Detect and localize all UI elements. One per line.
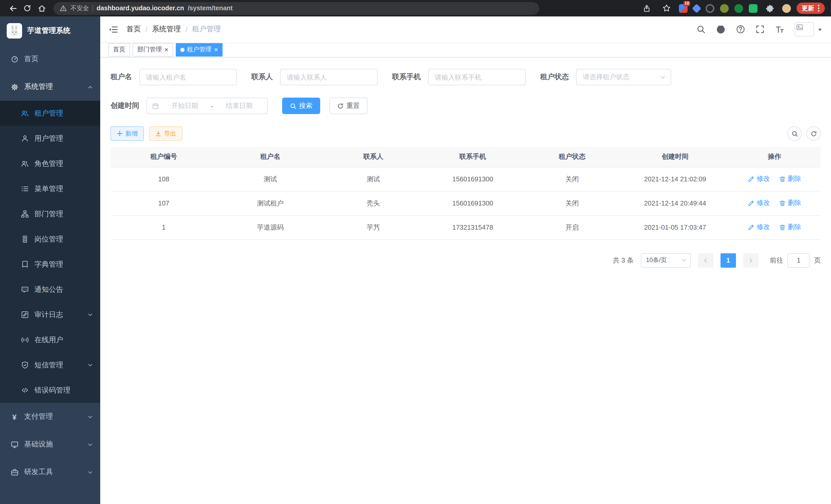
col-header-created: 创建时间 — [622, 147, 728, 167]
chevron-right-icon — [748, 257, 754, 263]
address-bar[interactable]: 不安全 dashboard.yudao.iocoder.cn/system/te… — [53, 2, 539, 14]
cell-actions: 修改 删除 — [728, 167, 821, 191]
close-icon[interactable]: × — [165, 46, 168, 53]
page-size-select[interactable]: 10条/页 — [641, 253, 691, 267]
date-start-placeholder: 开始日期 — [162, 101, 208, 111]
goto-page-input[interactable] — [787, 253, 810, 267]
reset-button[interactable]: 重置 — [329, 98, 368, 114]
sidebar-item-dept[interactable]: 部门管理 — [0, 201, 100, 227]
tag-tenant[interactable]: 租户管理 × — [175, 43, 223, 56]
user-avatar[interactable] — [795, 22, 823, 36]
next-page-button[interactable] — [743, 253, 758, 267]
cell-tenant-id: 108 — [111, 167, 217, 191]
delete-link[interactable]: 删除 — [779, 174, 801, 184]
sidebar-item-sms[interactable]: 短信管理 — [0, 352, 100, 378]
edit-link[interactable]: 修改 — [748, 174, 770, 184]
sidebar-item-menu[interactable]: 菜单管理 — [0, 176, 100, 201]
main-layout: 芋道管理系统 首页 系统管理 — [0, 17, 831, 504]
font-size-icon[interactable] — [775, 25, 784, 34]
extension-icon-2[interactable] — [692, 4, 701, 13]
menu-label: 岗位管理 — [34, 235, 93, 244]
add-button[interactable]: 新增 — [111, 126, 144, 141]
fullscreen-icon[interactable] — [755, 25, 765, 34]
cell-mobile: 17321315478 — [423, 215, 522, 239]
mobile-label: 联系手机 — [392, 72, 421, 82]
delete-link[interactable]: 删除 — [779, 199, 801, 208]
sidebar-item-infra[interactable]: 基础设施 — [0, 431, 100, 458]
browser-reload-icon[interactable] — [21, 2, 34, 15]
tenant-name-input[interactable] — [139, 69, 237, 85]
extension-icon-6[interactable] — [749, 4, 757, 12]
address-divider — [92, 5, 93, 11]
refresh-table-button[interactable] — [806, 126, 821, 141]
tenant-table: 租户编号 租户名 联系人 联系手机 租户状态 创建时间 操作 108 测试 — [111, 147, 821, 240]
search-button[interactable]: 搜索 — [282, 98, 320, 114]
extension-icon-4[interactable] — [720, 4, 729, 12]
breadcrumb-current: 租户管理 — [192, 25, 221, 34]
breadcrumb-separator: / — [145, 25, 147, 33]
caret-down-icon — [817, 26, 823, 32]
cell-actions: 修改 删除 — [728, 215, 821, 239]
extensions-puzzle-icon[interactable] — [763, 2, 776, 15]
contact-input[interactable] — [280, 69, 378, 85]
profile-avatar-icon[interactable] — [782, 4, 791, 12]
help-icon[interactable] — [736, 25, 745, 34]
breadcrumb-system[interactable]: 系统管理 — [152, 25, 181, 34]
page-number-1[interactable]: 1 — [720, 253, 736, 267]
sidebar-item-tenant[interactable]: 租户管理 — [0, 101, 100, 126]
sidebar-item-user[interactable]: 用户管理 — [0, 126, 100, 151]
menu-label: 审计日志 — [34, 310, 82, 319]
sidebar-toggle-icon[interactable] — [109, 24, 118, 34]
status-select[interactable]: 请选择租户状态 — [576, 69, 671, 85]
edit-label: 修改 — [757, 174, 770, 184]
col-header-id: 租户编号 — [111, 147, 217, 167]
monitor-icon — [10, 441, 19, 448]
search-icon[interactable] — [696, 25, 706, 34]
export-button[interactable]: 导出 — [149, 126, 182, 141]
close-icon[interactable]: × — [214, 46, 218, 53]
extension-icon-1[interactable]: 10 — [679, 4, 688, 12]
share-icon[interactable] — [640, 2, 653, 15]
edit-link[interactable]: 修改 — [748, 223, 770, 232]
cell-created: 2021-12-14 20:49:44 — [622, 191, 728, 215]
table-utils — [787, 126, 821, 141]
edit-link[interactable]: 修改 — [748, 199, 770, 208]
sidebar-logo[interactable]: 芋道管理系统 — [0, 17, 100, 45]
sidebar-item-role[interactable]: 角色管理 — [0, 151, 100, 176]
prev-page-button[interactable] — [698, 253, 713, 267]
bookmark-star-icon[interactable] — [660, 2, 673, 15]
sidebar-item-home[interactable]: 首页 — [0, 45, 100, 73]
sidebar-item-errcode[interactable]: 错误码管理 — [0, 378, 100, 403]
shield-icon — [21, 361, 29, 369]
browser-update-button[interactable]: 更新 — [797, 3, 825, 14]
pencil-icon — [748, 224, 755, 231]
cell-tenant-id: 1 — [111, 215, 217, 239]
browser-back-icon[interactable] — [6, 2, 20, 15]
sidebar-item-audit[interactable]: 审计日志 — [0, 302, 100, 327]
sidebar-item-dict[interactable]: 字典管理 — [0, 252, 100, 277]
sidebar-item-notice[interactable]: 通知公告 — [0, 277, 100, 302]
mobile-input[interactable] — [428, 69, 526, 85]
sidebar-item-post[interactable]: 岗位管理 — [0, 227, 100, 252]
cell-contact: 测试 — [323, 167, 423, 191]
delete-link[interactable]: 删除 — [779, 223, 801, 232]
extension-icon-5[interactable] — [735, 4, 743, 12]
sidebar-item-online[interactable]: 在线用户 — [0, 327, 100, 352]
sidebar-item-devtool[interactable]: 研发工具 — [0, 458, 100, 486]
toggle-search-button[interactable] — [787, 126, 802, 141]
sidebar-item-payment[interactable]: ¥ 支付管理 — [0, 403, 100, 431]
extension-icon-3[interactable] — [706, 4, 714, 12]
tag-home[interactable]: 首页 — [109, 43, 130, 56]
chevron-down-icon — [87, 442, 93, 447]
chevron-down-icon — [87, 362, 93, 368]
breadcrumb-home[interactable]: 首页 — [126, 25, 141, 34]
menu-label: 角色管理 — [34, 159, 93, 168]
chevron-up-icon — [87, 84, 93, 90]
breadcrumb: 首页 / 系统管理 / 租户管理 — [126, 25, 221, 34]
github-icon[interactable] — [716, 24, 726, 34]
browser-home-icon[interactable] — [35, 2, 48, 15]
tag-dept[interactable]: 部门管理 × — [133, 43, 173, 56]
date-range-picker[interactable]: 开始日期 - 结束日期 — [146, 98, 268, 114]
sidebar-item-system[interactable]: 系统管理 — [0, 73, 100, 101]
logo-image — [7, 23, 22, 38]
